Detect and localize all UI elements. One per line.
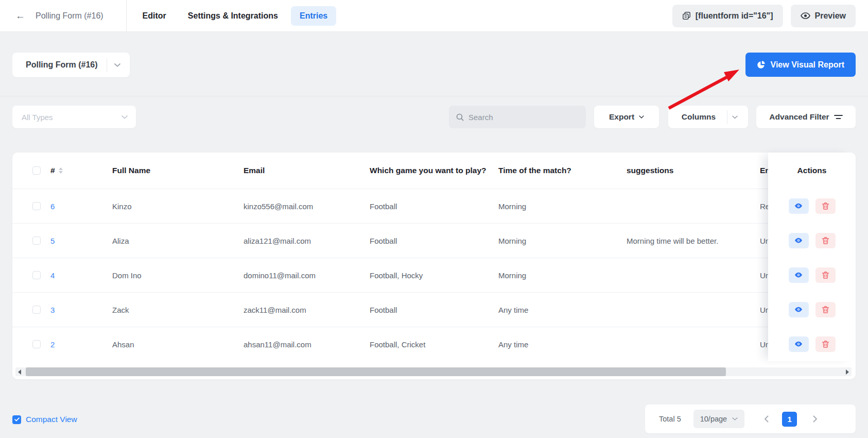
delete-entry-button[interactable]	[815, 336, 836, 352]
scroll-left-arrow-icon[interactable]	[18, 369, 21, 375]
page-size-dropdown[interactable]: 10/page	[693, 410, 744, 428]
search-box[interactable]	[449, 106, 586, 128]
sort-icon[interactable]	[59, 167, 63, 174]
delete-entry-button[interactable]	[815, 302, 836, 317]
pagination-bar: Total 5 10/page 1	[645, 405, 856, 433]
row-checkbox[interactable]	[32, 202, 41, 210]
cell-game: Football, Cricket	[370, 340, 498, 349]
divider	[727, 110, 727, 124]
cell-full-name: Dom Ino	[112, 271, 244, 280]
next-page-button[interactable]	[813, 415, 818, 423]
tab-settings-integrations[interactable]: Settings & Integrations	[179, 6, 287, 26]
eye-icon	[801, 12, 810, 19]
cell-email: ahsan11@mail.com	[244, 340, 370, 349]
search-icon	[456, 113, 464, 121]
chevron-down-icon	[114, 63, 120, 67]
toolbar: Polling Form (#16) View Visual Report	[12, 53, 856, 77]
actions-cell	[768, 223, 856, 258]
actions-sticky-column: Actions	[768, 153, 856, 361]
entry-id-link[interactable]: 4	[50, 271, 55, 280]
view-entry-button[interactable]	[789, 198, 809, 214]
filter-row: All Types Export Columns Advanced Filter	[12, 106, 856, 128]
tab-editor[interactable]: Editor	[134, 6, 175, 26]
scrollbar-thumb[interactable]	[26, 367, 726, 376]
top-bar: ← Polling Form (#16) Editor Settings & I…	[0, 0, 868, 32]
form-selector-dropdown[interactable]: Polling Form (#16)	[12, 53, 130, 77]
pie-chart-icon	[757, 60, 766, 69]
cell-time: Morning	[498, 202, 627, 211]
export-dropdown-button[interactable]: Export	[594, 106, 659, 128]
cell-game: Football	[370, 202, 498, 211]
chevron-down-icon	[639, 115, 644, 119]
cell-full-name: Aliza	[112, 237, 244, 245]
delete-entry-button[interactable]	[815, 233, 836, 248]
delete-entry-button[interactable]	[815, 198, 836, 214]
entry-id-link[interactable]: 3	[50, 306, 55, 314]
cell-suggestions: Morning time will be better.	[627, 237, 756, 245]
preview-button[interactable]: Preview	[791, 5, 856, 27]
cell-time: Morning	[498, 271, 627, 280]
table-row: 2 Ahsan ahsan11@mail.com Football, Crick…	[12, 327, 856, 361]
tab-bar: Editor Settings & Integrations Entries	[134, 6, 337, 26]
row-checkbox[interactable]	[32, 237, 41, 245]
column-header-id: #	[50, 166, 55, 175]
view-entry-button[interactable]	[789, 336, 809, 352]
advanced-filter-label: Advanced Filter	[769, 112, 829, 122]
trash-icon	[822, 272, 829, 279]
tab-entries[interactable]: Entries	[291, 6, 336, 26]
cell-game: Football, Hocky	[370, 271, 498, 280]
back-button[interactable]: ←	[15, 11, 25, 21]
columns-label: Columns	[682, 112, 716, 122]
cell-time: Any time	[498, 306, 627, 314]
copy-icon	[682, 11, 691, 20]
table-row: 5 Aliza aliza121@mail.com Football Morni…	[12, 223, 856, 258]
divider	[126, 0, 127, 32]
columns-dropdown-button[interactable]: Columns	[668, 106, 748, 128]
shortcode-label: [fluentform id="16"]	[696, 11, 773, 21]
page-size-value: 10/page	[700, 415, 727, 423]
cell-game: Football	[370, 237, 498, 245]
checkbox-checked-icon[interactable]	[12, 415, 21, 424]
view-entry-button[interactable]	[789, 233, 809, 248]
entries-table: # Full Name Email Which game you want to…	[12, 153, 856, 379]
trash-icon	[822, 237, 829, 244]
delete-entry-button[interactable]	[815, 267, 836, 283]
previous-page-button[interactable]	[764, 415, 769, 423]
search-input[interactable]	[468, 113, 579, 122]
horizontal-scrollbar[interactable]	[15, 367, 852, 376]
total-count-label: Total 5	[659, 415, 681, 423]
actions-cell	[768, 327, 856, 361]
eye-icon	[794, 307, 803, 313]
eye-icon	[794, 272, 803, 278]
select-all-checkbox[interactable]	[32, 166, 41, 175]
type-filter-value: All Types	[22, 113, 53, 122]
table-row: 3 Zack zack11@mail.com Football Any time…	[12, 292, 856, 327]
entry-id-link[interactable]: 6	[50, 202, 55, 211]
type-filter-dropdown[interactable]: All Types	[12, 106, 136, 128]
row-checkbox[interactable]	[32, 271, 41, 279]
view-entry-button[interactable]	[789, 302, 809, 317]
entry-id-link[interactable]: 2	[50, 340, 55, 349]
filter-lines-icon	[834, 114, 843, 120]
eye-icon	[794, 203, 803, 209]
actions-cell	[768, 189, 856, 223]
table-row: 4 Dom Ino domino11@mail.com Football, Ho…	[12, 258, 856, 292]
view-visual-report-label: View Visual Report	[771, 60, 844, 70]
entry-id-link[interactable]: 5	[50, 237, 55, 245]
section-divider	[0, 96, 868, 96]
shortcode-button[interactable]: [fluentform id="16"]	[672, 5, 783, 27]
chevron-down-icon	[121, 115, 128, 119]
page-number-button[interactable]: 1	[782, 412, 797, 427]
row-checkbox[interactable]	[32, 306, 41, 314]
view-entry-button[interactable]	[789, 267, 809, 283]
row-checkbox[interactable]	[32, 340, 41, 348]
actions-cell	[768, 258, 856, 292]
compact-view-toggle[interactable]: Compact View	[12, 412, 77, 427]
cell-full-name: Kinzo	[112, 202, 244, 211]
view-visual-report-button[interactable]: View Visual Report	[745, 53, 856, 77]
advanced-filter-button[interactable]: Advanced Filter	[756, 106, 856, 128]
cell-time: Any time	[498, 340, 627, 349]
trash-icon	[822, 341, 829, 348]
cell-full-name: Ahsan	[112, 340, 244, 349]
scroll-right-arrow-icon[interactable]	[846, 369, 849, 375]
